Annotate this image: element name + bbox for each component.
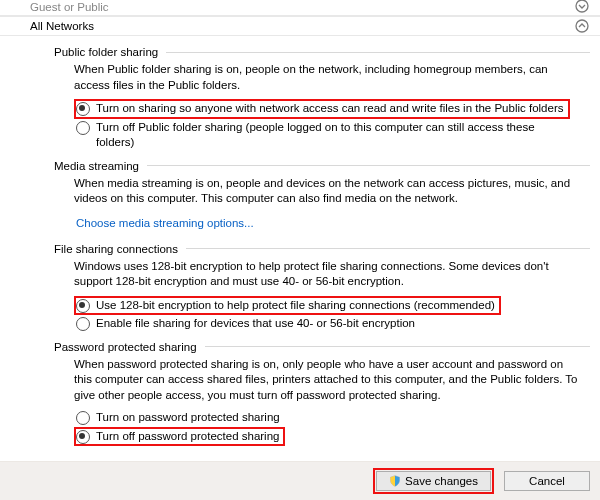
radio-public-on[interactable]: Turn on sharing so anyone with network a… (74, 99, 570, 119)
radio-icon (76, 430, 90, 444)
svg-point-0 (576, 0, 588, 12)
all-networks-body: Public folder sharing When Public folder… (0, 36, 600, 446)
section-guest-public[interactable]: Guest or Public (0, 0, 600, 16)
section-title: All Networks (30, 20, 94, 32)
link-media-options[interactable]: Choose media streaming options... (76, 217, 254, 229)
radio-public-off[interactable]: Turn off Public folder sharing (people l… (74, 119, 590, 152)
radio-label: Turn off Public folder sharing (people l… (96, 120, 560, 151)
subheader-password: Password protected sharing (54, 341, 590, 353)
radio-128bit[interactable]: Use 128-bit encryption to help protect f… (74, 296, 501, 316)
radio-password-on[interactable]: Turn on password protected sharing (74, 409, 590, 427)
public-folder-desc: When Public folder sharing is on, people… (74, 62, 590, 93)
save-highlight: Save changes (373, 468, 494, 494)
subheader-file-sharing: File sharing connections (54, 243, 590, 255)
shield-icon (389, 475, 401, 487)
radio-label: Enable file sharing for devices that use… (96, 316, 415, 332)
section-all-networks[interactable]: All Networks (0, 16, 600, 36)
chevron-up-icon (564, 19, 600, 33)
section-title: Guest or Public (30, 1, 109, 13)
radio-label: Use 128-bit encryption to help protect f… (96, 298, 495, 314)
radio-label: Turn on password protected sharing (96, 410, 280, 426)
radio-label: Turn off password protected sharing (96, 429, 279, 445)
button-bar: Save changes Cancel (0, 461, 600, 500)
cancel-button[interactable]: Cancel (504, 471, 590, 491)
radio-icon (76, 317, 90, 331)
radio-40bit[interactable]: Enable file sharing for devices that use… (74, 315, 590, 333)
radio-icon (76, 299, 90, 313)
svg-point-1 (576, 20, 588, 32)
save-button[interactable]: Save changes (376, 471, 491, 491)
radio-icon (76, 102, 90, 116)
chevron-down-icon (564, 0, 600, 13)
file-sharing-desc: Windows uses 128-bit encryption to help … (74, 259, 590, 290)
radio-icon (76, 121, 90, 135)
subheader-public-folder: Public folder sharing (54, 46, 590, 58)
media-desc: When media streaming is on, people and d… (74, 176, 590, 207)
radio-password-off[interactable]: Turn off password protected sharing (74, 427, 285, 447)
radio-icon (76, 411, 90, 425)
password-desc: When password protected sharing is on, o… (74, 357, 590, 404)
subheader-media: Media streaming (54, 160, 590, 172)
cancel-label: Cancel (529, 475, 565, 487)
save-label: Save changes (405, 475, 478, 487)
radio-label: Turn on sharing so anyone with network a… (96, 101, 564, 117)
